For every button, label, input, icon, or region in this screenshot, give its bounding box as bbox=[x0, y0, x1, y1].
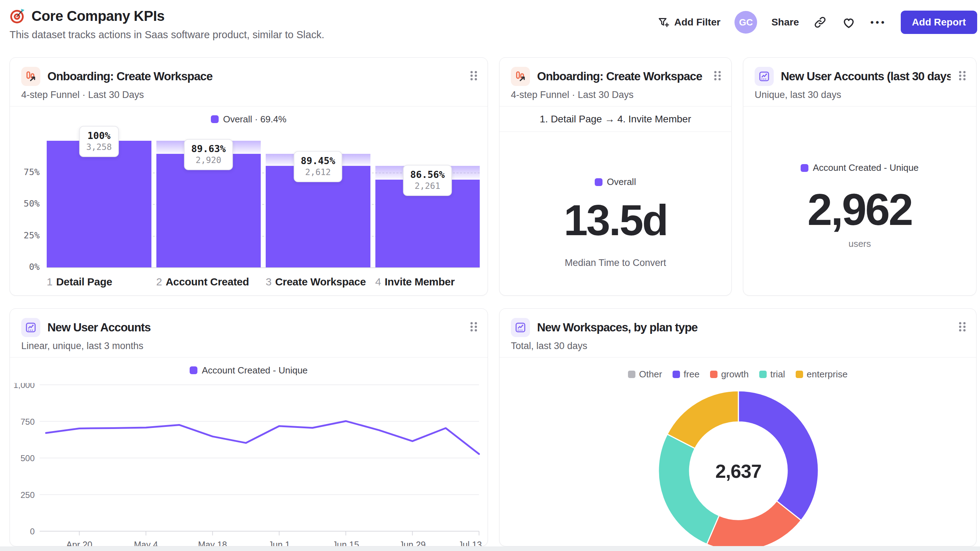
donut-chart[interactable]: 2,637 bbox=[500, 390, 977, 546]
favorite-button[interactable] bbox=[841, 15, 856, 30]
card-subtitle: 4-step Funnel · Last 30 Days bbox=[10, 86, 487, 100]
card-title[interactable]: Onboarding: Create Workspace bbox=[537, 70, 706, 83]
funnel-conversion-pct: 100% bbox=[86, 129, 112, 142]
drag-handle-icon[interactable] bbox=[469, 70, 478, 83]
legend-swatch bbox=[211, 115, 219, 123]
drag-handle-icon[interactable] bbox=[713, 70, 722, 83]
metric-value: 2,962 bbox=[807, 187, 912, 232]
legend-swatch bbox=[673, 371, 680, 378]
more-menu-button[interactable]: ••• bbox=[870, 17, 886, 28]
funnel-step-number: 4 bbox=[375, 276, 382, 288]
add-report-button[interactable]: Add Report bbox=[901, 11, 977, 34]
dashboard-page: Core Company KPIs This dataset tracks ac… bbox=[0, 0, 980, 551]
funnel-step-number: 2 bbox=[156, 276, 162, 288]
legend-item-growth[interactable]: growth bbox=[710, 369, 749, 380]
line-chart[interactable]: 1,0007505002500Apr 20May 4May 18Jun 1Jun… bbox=[10, 383, 488, 546]
card-header: New User Accounts bbox=[10, 309, 487, 337]
funnel-y-tick: 50% bbox=[10, 198, 40, 209]
card-header: New Workspaces, by plan type bbox=[500, 309, 976, 337]
funnel-step-number: 1 bbox=[47, 276, 53, 288]
share-button[interactable]: Share bbox=[771, 17, 799, 28]
drag-handle-icon[interactable] bbox=[958, 321, 967, 334]
line-y-tick: 500 bbox=[21, 453, 35, 463]
card-new-user-accounts-metric: New User Accounts (last 30 days) Unique,… bbox=[743, 57, 977, 296]
line-x-tick: Apr 20 bbox=[66, 540, 92, 546]
avatar[interactable]: GC bbox=[735, 11, 757, 33]
donut-slice-trial[interactable] bbox=[659, 434, 719, 544]
card-title[interactable]: New Workspaces, by plan type bbox=[537, 321, 951, 334]
metric-body: Account Created - Unique 2,962 users bbox=[743, 106, 976, 249]
funnel-bar-label: 89.45%2,612 bbox=[294, 151, 342, 182]
card-subtitle: Unique, last 30 days bbox=[743, 86, 976, 100]
metric-value: 13.5d bbox=[564, 199, 667, 242]
metric-body: Overall 13.5d Median Time to Convert bbox=[500, 132, 731, 268]
insights-report-icon bbox=[21, 318, 40, 337]
funnel-step-number: 3 bbox=[266, 276, 272, 288]
drag-handle-icon[interactable] bbox=[958, 70, 967, 83]
funnel-bar-step-2[interactable]: 89.63%2,920 bbox=[156, 141, 261, 267]
toolbar: Add Filter GC Share ••• Add Report bbox=[657, 11, 977, 34]
funnel-bar-label: 86.56%2,261 bbox=[403, 165, 452, 196]
card-subtitle: 4-step Funnel · Last 30 Days bbox=[500, 86, 731, 100]
funnel-count: 3,258 bbox=[86, 142, 112, 153]
donut-slice-free[interactable] bbox=[738, 391, 818, 520]
funnel-bar-label: 100%3,258 bbox=[79, 126, 119, 157]
funnel-step-name: 1Detail Page bbox=[47, 276, 151, 288]
funnel-bar bbox=[47, 141, 151, 267]
card-header: Onboarding: Create Workspace bbox=[500, 58, 731, 86]
page-title-text: Core Company KPIs bbox=[32, 8, 164, 24]
legend-swatch bbox=[801, 164, 808, 172]
donut-center-value: 2,637 bbox=[715, 460, 761, 482]
legend-item-free[interactable]: free bbox=[673, 369, 700, 380]
metric-caption: Median Time to Convert bbox=[565, 257, 666, 268]
line-x-tick: Jun 1 bbox=[268, 540, 290, 546]
card-time-to-convert: Onboarding: Create Workspace 4-step Funn… bbox=[499, 57, 732, 296]
legend-item-enterprise[interactable]: enterprise bbox=[795, 369, 848, 380]
metric-legend: Overall bbox=[595, 176, 636, 187]
funnel-step-range: 1. Detail Page → 4. Invite Member bbox=[500, 106, 731, 132]
legend-swatch bbox=[710, 371, 718, 378]
funnel-count: 2,612 bbox=[301, 167, 336, 178]
funnel-report-icon bbox=[511, 67, 530, 86]
line-x-tick: Jul 13 bbox=[458, 540, 482, 546]
legend-item-Other[interactable]: Other bbox=[628, 369, 662, 380]
line-series[interactable] bbox=[46, 421, 479, 454]
card-title[interactable]: New User Accounts (last 30 days) bbox=[781, 70, 951, 83]
card-title[interactable]: Onboarding: Create Workspace bbox=[48, 70, 462, 83]
card-onboarding-funnel: Onboarding: Create Workspace 4-step Funn… bbox=[10, 57, 488, 296]
funnel-bar-step-3[interactable]: 89.45%2,612 bbox=[266, 141, 371, 267]
funnel-count: 2,261 bbox=[410, 181, 445, 192]
page-title: Core Company KPIs bbox=[10, 8, 325, 24]
funnel-y-tick: 75% bbox=[10, 167, 40, 177]
donut-slice-enterprise[interactable] bbox=[667, 391, 738, 448]
line-x-tick: May 18 bbox=[198, 540, 227, 546]
funnel-bar-step-4[interactable]: 86.56%2,261 bbox=[375, 141, 480, 267]
line-y-tick: 0 bbox=[30, 527, 35, 536]
copy-link-button[interactable] bbox=[813, 15, 827, 29]
drag-handle-icon[interactable] bbox=[469, 321, 478, 334]
funnel-step-label: Detail Page bbox=[56, 276, 112, 288]
funnel-step-label: Account Created bbox=[165, 276, 249, 288]
legend-label: Account Created - Unique bbox=[813, 162, 918, 173]
page-bottom-edge bbox=[0, 546, 980, 551]
funnel-chart: 75%50%25%0%100%3,25889.63%2,92089.45%2,6… bbox=[47, 141, 480, 268]
legend-swatch bbox=[595, 178, 603, 186]
funnel-bars: 100%3,25889.63%2,92089.45%2,61286.56%2,2… bbox=[47, 141, 480, 267]
card-header: New User Accounts (last 30 days) bbox=[743, 58, 976, 86]
page-subtitle: This dataset tracks actions in Saas soft… bbox=[10, 29, 325, 41]
funnel-bar bbox=[156, 154, 261, 267]
legend-swatch bbox=[795, 371, 803, 378]
line-x-tick: Jun 15 bbox=[332, 540, 359, 546]
funnel-y-tick: 25% bbox=[10, 230, 40, 240]
funnel-count: 2,920 bbox=[191, 155, 226, 166]
legend-label: enterprise bbox=[807, 369, 848, 380]
legend-swatch bbox=[759, 371, 767, 378]
card-title[interactable]: New User Accounts bbox=[48, 321, 462, 334]
funnel-bar-step-1[interactable]: 100%3,258 bbox=[47, 141, 151, 267]
add-filter-label: Add Filter bbox=[675, 17, 721, 28]
card-subtitle: Linear, unique, last 3 months bbox=[10, 337, 487, 351]
legend-item-trial[interactable]: trial bbox=[759, 369, 785, 380]
add-filter-button[interactable]: Add Filter bbox=[657, 16, 721, 29]
line-y-tick: 1,000 bbox=[13, 383, 35, 390]
filter-plus-icon bbox=[657, 16, 670, 29]
